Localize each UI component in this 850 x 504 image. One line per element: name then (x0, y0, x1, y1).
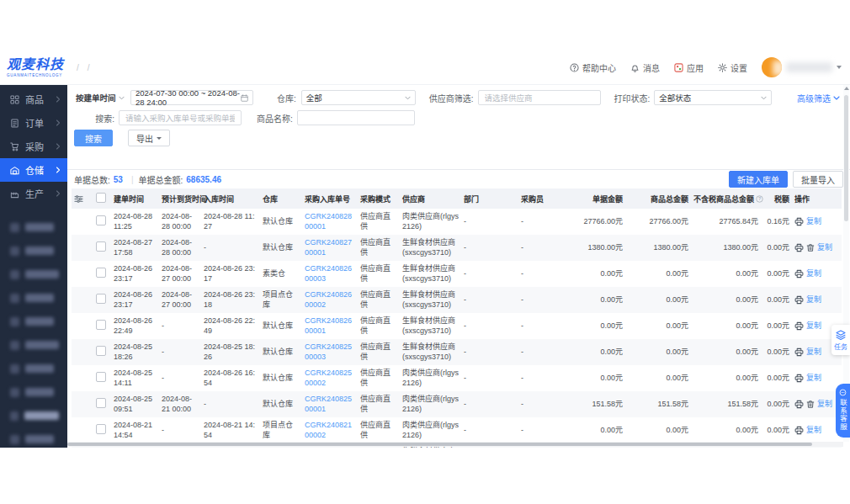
redacted-label (25, 317, 54, 326)
sidebar-item-redacted[interactable] (0, 380, 67, 404)
redacted-icon (10, 435, 19, 444)
contact-support-button[interactable]: 联系客服 (836, 384, 850, 438)
row-checkbox[interactable] (96, 215, 106, 225)
print-status-select[interactable]: 全部状态 (654, 90, 772, 105)
help-center-link[interactable]: 帮助中心 (570, 61, 616, 74)
print-icon[interactable] (794, 426, 804, 435)
print-icon[interactable] (794, 400, 804, 409)
scroll-up-arrow[interactable] (844, 87, 849, 90)
print-icon[interactable] (794, 269, 804, 279)
print-icon[interactable] (794, 295, 804, 305)
order-number-link[interactable]: CGRK24082500001 (305, 395, 352, 413)
sidebar-item-redacted[interactable] (0, 427, 67, 448)
product-name-input[interactable] (302, 113, 410, 124)
column-settings-icon[interactable] (74, 194, 91, 204)
copy-link[interactable]: 复制 (806, 269, 821, 279)
copy-link[interactable]: 复制 (806, 426, 821, 436)
sidebar-item-redacted[interactable] (0, 357, 67, 380)
order-number-link[interactable]: CGRK24082700001 (305, 238, 352, 257)
advanced-filter-link[interactable]: 高级筛选 (797, 92, 840, 104)
breadcrumb-item[interactable] (72, 63, 83, 72)
row-checkbox[interactable] (96, 346, 106, 356)
table-column-header[interactable]: 预计到货时间 (159, 188, 201, 209)
breadcrumb-item[interactable] (83, 63, 94, 72)
row-checkbox[interactable] (96, 424, 106, 434)
messages-link[interactable]: 消息 (630, 61, 660, 74)
copy-link[interactable]: 复制 (806, 217, 821, 227)
row-checkbox[interactable] (96, 294, 106, 304)
table-column-header[interactable]: 采购模式 (358, 188, 400, 209)
sidebar-item-production[interactable]: 生产 (0, 182, 67, 205)
sidebar-item-purchase[interactable]: 采购 (0, 135, 67, 158)
order-number-link[interactable]: CGRK24082600003 (305, 264, 352, 283)
order-number-link[interactable]: CGRK24082600001 (305, 316, 352, 335)
table-column-header[interactable]: 商品总金额 (625, 188, 691, 209)
sidebar-item-redacted[interactable] (0, 263, 67, 286)
table-column-header[interactable]: 采购员 (518, 188, 569, 209)
export-button[interactable]: 导出 (128, 130, 170, 146)
row-checkbox[interactable] (96, 320, 106, 330)
cell-expected-time: 2024-08-27 00:00 (159, 287, 201, 313)
cell-tax: 0.00元 (761, 313, 792, 339)
copy-link[interactable]: 复制 (806, 321, 821, 332)
sidebar-item-orders[interactable]: 订单 (0, 111, 67, 135)
sidebar-item-redacted[interactable] (0, 215, 67, 239)
order-number-link[interactable]: CGRK24082600002 (305, 290, 352, 309)
row-checkbox[interactable] (96, 398, 106, 408)
sidebar-item-redacted[interactable] (0, 404, 67, 427)
vertical-scrollbar-thumb[interactable] (844, 95, 848, 221)
delete-icon[interactable] (806, 400, 815, 409)
table-column-header[interactable]: 不含税商品总金额 ? (691, 188, 761, 209)
table-column-header[interactable]: 仓库 (260, 188, 302, 209)
select-all-checkbox[interactable] (96, 193, 106, 203)
table-column-header[interactable]: 部门 (461, 188, 518, 209)
row-checkbox[interactable] (96, 268, 106, 278)
order-number-link[interactable]: CGRK24082800001 (305, 212, 352, 231)
apps-link[interactable]: 应用 (674, 61, 704, 74)
table-column-header[interactable]: 操作 (792, 188, 842, 209)
order-number-link[interactable]: CGRK24082500003 (305, 342, 352, 361)
sidebar-item-redacted[interactable] (0, 310, 67, 333)
user-menu[interactable] (762, 57, 842, 77)
settings-link[interactable]: 设置 (718, 61, 747, 74)
column-label: 不含税商品总金额 (693, 194, 754, 204)
print-icon[interactable] (794, 321, 804, 331)
sidebar-item-redacted[interactable] (0, 239, 67, 263)
print-icon[interactable] (794, 347, 804, 357)
table-column-header[interactable]: 供应商 (400, 188, 461, 209)
row-checkbox[interactable] (96, 241, 106, 252)
delete-icon[interactable] (806, 243, 815, 252)
table-column-header[interactable]: 建单时间 (111, 188, 159, 209)
date-range-input[interactable]: 2024-07-30 00:00 ~ 2024-08-28 24:00 (130, 90, 253, 105)
copy-link[interactable]: 复制 (806, 374, 821, 384)
horizontal-scrollbar-thumb[interactable] (67, 443, 812, 446)
sidebar-item-warehouse[interactable]: 仓储 (0, 158, 67, 182)
search-button[interactable]: 搜索 (74, 130, 113, 146)
tasks-widget[interactable]: 任务 (831, 325, 850, 355)
copy-link[interactable]: 复制 (806, 295, 821, 305)
print-icon[interactable] (794, 374, 804, 383)
table-column-header[interactable]: 采购入库单号 (302, 188, 358, 209)
order-number-link[interactable]: CGRK24082500002 (305, 369, 352, 387)
horizontal-scrollbar[interactable] (67, 442, 843, 447)
copy-link[interactable]: 复制 (806, 347, 821, 358)
search-input[interactable] (124, 113, 236, 124)
sidebar-item-redacted[interactable] (0, 286, 67, 310)
batch-import-button[interactable]: 批量导入 (793, 171, 843, 188)
table-column-header[interactable]: 税额 (761, 188, 792, 209)
sidebar-item-goods[interactable]: 商品 (0, 88, 67, 111)
create-inbound-button[interactable]: 新建入库单 (729, 171, 788, 188)
print-icon[interactable] (794, 243, 804, 252)
table-column-header[interactable]: 入库时间 (201, 188, 260, 209)
row-checkbox[interactable] (96, 372, 106, 382)
table-column-header[interactable]: 单据金额 (569, 188, 625, 209)
copy-link[interactable]: 复制 (817, 243, 832, 253)
supplier-input[interactable] (483, 93, 596, 103)
sidebar-item-redacted[interactable] (0, 333, 67, 357)
warehouse-select[interactable]: 全部 (301, 90, 416, 105)
copy-link[interactable]: 复制 (817, 400, 832, 410)
time-type-select[interactable]: 按建单时间 (74, 90, 126, 105)
order-number-link[interactable]: CGRK24082100002 (305, 421, 352, 439)
print-icon[interactable] (794, 217, 804, 226)
info-icon[interactable]: ? (756, 195, 763, 203)
